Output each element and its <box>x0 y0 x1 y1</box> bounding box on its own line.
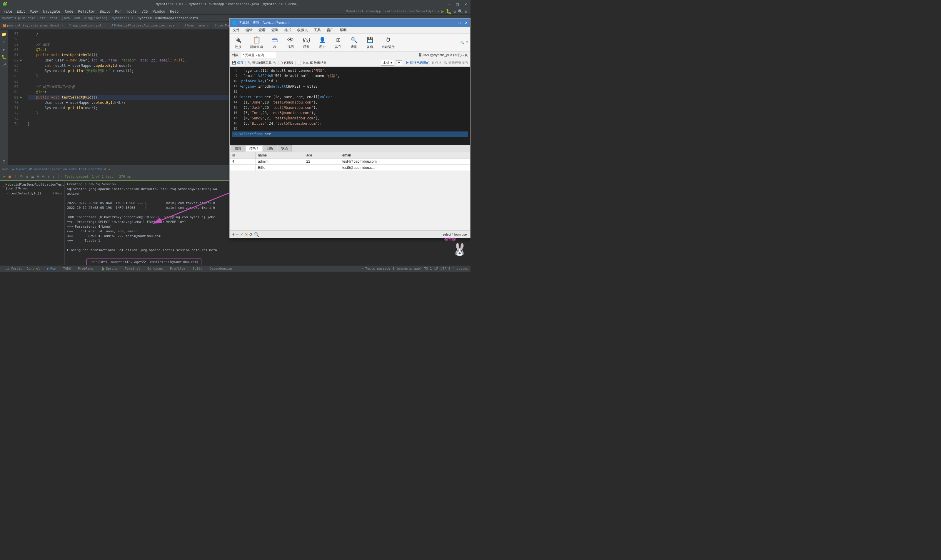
bc-test[interactable]: test <box>50 16 58 20</box>
nav-menu-edit[interactable]: 编辑 <box>243 27 255 33</box>
tab-spring[interactable]: 🍃 Spring <box>97 266 121 272</box>
test-tree-method[interactable]: ✓ testSelectById() 276ms <box>1 191 63 196</box>
menu-refactor[interactable]: Refactor <box>75 9 97 14</box>
close-btn[interactable]: ✕ <box>463 2 468 6</box>
profile-btn[interactable]: ⚙ <box>454 9 456 14</box>
run-close[interactable]: ✕ <box>108 167 110 171</box>
tab-yml[interactable]: Y application.yml ✕ <box>66 22 108 29</box>
nav-view-btn[interactable]: 👁 视图 <box>284 34 297 51</box>
nav-func-btn[interactable]: f(x) 函数 <box>300 34 312 51</box>
nav-menu-file[interactable]: 文件 <box>230 27 243 33</box>
menu-code[interactable]: Code <box>63 9 76 14</box>
tab-todo[interactable]: TODO <box>60 266 75 272</box>
nav-other-btn[interactable]: ⊞ 其它 <box>332 34 344 51</box>
nav-code-snippet-btn[interactable]: () 代码段 <box>281 61 293 65</box>
tab-user[interactable]: J User.java ✕ <box>181 22 212 29</box>
menu-help[interactable]: Help <box>168 9 181 14</box>
project-icon[interactable]: 📁 <box>1 31 7 37</box>
debug-sidebar-icon[interactable]: 🐛 <box>1 54 7 60</box>
bc-com[interactable]: com <box>74 16 80 20</box>
nav-stop-btn[interactable]: ⏸ 停止 <box>431 61 442 65</box>
nav-machine-selector[interactable]: 本机 ▾ <box>381 60 394 66</box>
collapse-btn[interactable]: ⊟ <box>41 174 46 179</box>
nav-filter-btn[interactable]: 🔍 <box>254 232 259 237</box>
bc-dingjiaxiong[interactable]: dingjiaxiong <box>84 16 107 20</box>
nav-save-btn[interactable]: 💾 保存 <box>232 61 243 65</box>
nav-tab-info[interactable]: 信息 <box>231 145 245 151</box>
bc-mybatisplus[interactable]: mybatisplus <box>112 16 134 20</box>
tab-dependencies[interactable]: Dependencies <box>206 266 236 272</box>
run-sidebar-icon[interactable]: ▶ <box>1 46 7 52</box>
search-btn[interactable]: 🔍 <box>458 9 463 14</box>
tab-app[interactable]: J MybatisPlusDemoApplication.java ✕ <box>108 22 181 29</box>
menu-vcs[interactable]: VCS <box>139 9 150 14</box>
nav-backup-btn[interactable]: 💾 备份 <box>364 34 376 51</box>
resume-btn[interactable]: ⟳ <box>19 174 24 179</box>
menu-tools[interactable]: Tools <box>124 9 139 14</box>
nav-newquery-btn[interactable]: 📋 新建查询 <box>248 34 265 51</box>
tab-profiler[interactable]: Profiler <box>166 266 189 272</box>
rerun-btn[interactable]: ▶ <box>2 174 7 179</box>
table-row-1[interactable]: 4 admin 22 test4@baomidou.com <box>230 158 470 165</box>
prev-fail-btn[interactable]: ↑ <box>46 174 51 179</box>
nav-confirm-btn[interactable]: ✓ <box>240 232 243 237</box>
minimize-btn[interactable]: ─ <box>447 2 451 6</box>
bc-src[interactable]: src <box>40 16 46 20</box>
tab-yml-close[interactable]: ✕ <box>103 24 105 27</box>
nav-refresh-btn[interactable]: ⟳ <box>249 232 253 237</box>
nav-menu-window[interactable]: 窗口 <box>324 27 337 33</box>
nav-query-btn[interactable]: 🔍 查询 <box>348 34 360 51</box>
nav-connection-selector[interactable]: * 无标题 - 查询 <box>241 52 276 58</box>
nav-tab-profiler[interactable]: 剖析 <box>263 145 277 151</box>
nav-minimize-btn[interactable]: ─ <box>451 21 454 25</box>
tab-user-close[interactable]: ✕ <box>206 24 208 27</box>
nav-add-row-btn[interactable]: + <box>232 232 235 237</box>
tab-problems[interactable]: Problems <box>74 266 97 272</box>
nav-text-import-btn[interactable]: 📄 文本·赋·导出结果 <box>297 61 327 65</box>
expand-btn[interactable]: ⊞ <box>36 174 41 179</box>
bc-java[interactable]: java <box>62 16 70 20</box>
run-config-dropdown[interactable]: MybatisPlusDemoApplicationTests.testSele… <box>346 9 440 13</box>
tab-run[interactable]: ▶ Run <box>43 266 60 272</box>
maximize-btn[interactable]: □ <box>455 2 460 6</box>
menu-build[interactable]: Build <box>97 9 113 14</box>
pause-btn[interactable]: ⏸ <box>12 174 18 179</box>
menu-view[interactable]: View <box>28 9 41 14</box>
menu-edit[interactable]: Edit <box>14 9 28 14</box>
bc-class[interactable]: MybatisPlusDemoApplicationTests <box>138 16 198 20</box>
tab-terminal[interactable]: Terminal <box>121 266 144 272</box>
tab-version-control[interactable]: ⎇ Version Control <box>2 266 43 272</box>
sort-btn[interactable]: ⇅ <box>25 174 29 179</box>
settings-sidebar-icon[interactable]: ⚙ <box>1 158 7 164</box>
nav-menu-format[interactable]: 格式 <box>281 27 294 33</box>
tab-pom-close[interactable]: ✕ <box>62 24 63 27</box>
menu-window[interactable]: Window <box>150 9 168 14</box>
next-fail-btn[interactable]: ↓ <box>51 174 55 179</box>
nav-close-btn[interactable]: ✕ <box>464 21 468 25</box>
nav-run-selected-btn[interactable]: ▶ 运行已选择的 <box>406 61 429 65</box>
menu-file[interactable]: File <box>1 9 14 14</box>
nav-menu-query[interactable]: 查询 <box>269 27 281 33</box>
nav-user-btn[interactable]: 👤 用户 <box>316 34 329 51</box>
menu-run[interactable]: Run <box>113 9 124 14</box>
nav-help-btn[interactable]: ? <box>466 41 468 45</box>
table-row-2[interactable]: Billie test5@baomidou.c... <box>230 165 470 171</box>
bc-demo[interactable]: mybatis_plus_demo <box>2 16 35 20</box>
run-config-name[interactable]: ▶ MybatisPlusDemoApplicationTests.testSe… <box>13 167 106 171</box>
nav-cancel-btn[interactable]: ✕ <box>244 232 248 237</box>
git-icon[interactable]: ⎇ <box>1 62 7 68</box>
nav-connect-btn[interactable]: 🔌 连接 <box>232 34 244 51</box>
commit-icon[interactable]: ⬆ <box>1 39 7 45</box>
nav-menu-favorites[interactable]: 收藏夹 <box>294 27 311 33</box>
nav-autorun-btn[interactable]: ⏱ 自动运行 <box>380 34 397 51</box>
nav-maximize-btn[interactable]: □ <box>458 21 461 25</box>
nav-menu-help[interactable]: 帮助 <box>337 27 350 33</box>
nav-del-row-btn[interactable]: − <box>236 232 238 237</box>
menu-navigate[interactable]: Navigate <box>41 9 63 14</box>
tab-app-close[interactable]: ✕ <box>177 24 178 27</box>
nav-search-btn[interactable]: 🔍 <box>460 41 464 45</box>
settings-btn[interactable]: ⚙ <box>464 9 467 14</box>
run-btn[interactable]: ▶ <box>441 9 444 14</box>
nav-table-btn[interactable]: 🗃 表 <box>269 34 281 51</box>
nav-query-tool-btn[interactable]: 🔧 查询创建工具 🔧 <box>247 61 277 65</box>
